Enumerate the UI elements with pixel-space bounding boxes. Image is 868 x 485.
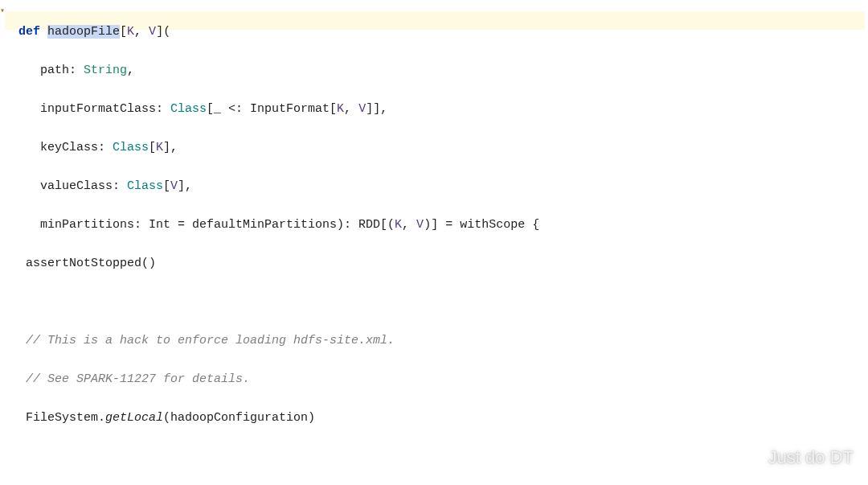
code-line: path: String, xyxy=(11,61,868,80)
token: ]], xyxy=(366,102,387,116)
watermark-text: Just do DT xyxy=(768,448,854,467)
blank-line xyxy=(11,293,868,312)
token: ]( xyxy=(156,25,170,39)
token: inputFormatClass: xyxy=(11,102,170,116)
type-param-K: K xyxy=(395,218,402,232)
token: [_ <: InputFormat[ xyxy=(207,102,337,116)
keyword-def: def xyxy=(18,25,40,39)
type-string: String xyxy=(84,64,127,77)
code-line: minPartitions: Int = defaultMinPartition… xyxy=(11,216,868,235)
code-line: valueClass: Class[V], xyxy=(11,177,868,196)
token: [ xyxy=(149,141,156,154)
token: valueClass: xyxy=(11,179,127,193)
token: [ xyxy=(163,179,170,193)
type-param-K: K xyxy=(127,25,134,39)
token: , xyxy=(134,25,149,39)
comment: // See SPARK-11227 for details. xyxy=(11,372,250,386)
comment: // This is a hack to enforce loading hdf… xyxy=(11,334,395,347)
type-param-V: V xyxy=(149,25,156,39)
type-param-K: K xyxy=(337,102,344,116)
type-param-V: V xyxy=(358,102,366,116)
token: [ xyxy=(120,25,127,39)
selected-method-name: hadoopFile xyxy=(47,25,120,39)
method-call: getLocal xyxy=(105,411,163,425)
type-param-V: V xyxy=(170,179,178,193)
type-class: Class xyxy=(127,179,163,193)
token: (hadoopConfiguration) xyxy=(163,411,315,425)
type-class: Class xyxy=(170,102,207,116)
code-line: inputFormatClass: Class[_ <: InputFormat… xyxy=(11,100,868,119)
token: )] = withScope { xyxy=(424,218,539,232)
token: , xyxy=(402,218,416,232)
type-param-V: V xyxy=(416,218,424,232)
token: FileSystem. xyxy=(11,411,105,425)
type-class: Class xyxy=(113,141,149,154)
code-line: assertNotStopped() xyxy=(11,254,868,273)
code-block: def hadoopFile[K, V]( path: String, inpu… xyxy=(0,3,868,485)
blank-line xyxy=(11,447,868,467)
token: assertNotStopped() xyxy=(11,257,156,270)
type-param-K: K xyxy=(156,141,163,154)
token: ], xyxy=(163,141,178,154)
code-line: keyClass: Class[K], xyxy=(11,138,868,158)
token: , xyxy=(344,102,358,116)
code-line: // This is a hack to enforce loading hdf… xyxy=(11,331,868,351)
code-line: // See SPARK-11227 for details. xyxy=(11,370,868,389)
watermark: Just do DT xyxy=(743,448,854,467)
wechat-icon xyxy=(743,449,764,467)
token: path: xyxy=(11,64,84,77)
code-line: def hadoopFile[K, V]( xyxy=(11,23,868,42)
code-viewer: ▾ def hadoopFile[K, V]( path: String, in… xyxy=(0,0,868,485)
code-line: FileSystem.getLocal(hadoopConfiguration) xyxy=(11,409,868,428)
token: , xyxy=(127,64,134,77)
token: minPartitions: Int = defaultMinPartition… xyxy=(11,218,395,232)
token: keyClass: xyxy=(11,141,113,154)
token: ], xyxy=(178,179,192,193)
